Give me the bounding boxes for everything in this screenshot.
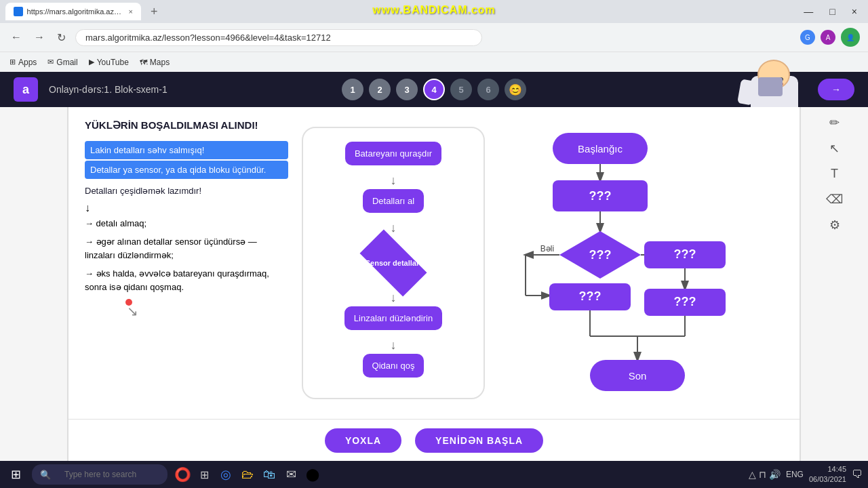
diamond-label: Sensor detalları	[356, 239, 431, 287]
window-controls: — □ ×	[798, 5, 863, 18]
tool-text-icon[interactable]: T	[831, 167, 838, 181]
profile-icon[interactable]: 👤	[841, 28, 860, 47]
taskbar-search-area[interactable]: 🔍	[32, 464, 167, 485]
flow-block-linza: Linzaları düzləndirin	[344, 306, 442, 330]
main-content-area: YÜKLƏRİN BOŞALDILMASI ALINDI! Lakin deta…	[68, 107, 800, 419]
taskbar-time-display: 14:45	[809, 464, 846, 474]
tool-cursor-icon[interactable]: ↖	[829, 141, 840, 156]
svg-text:Bəli: Bəli	[540, 244, 554, 253]
start-button[interactable]: ⊞	[5, 464, 26, 485]
tool-pencil-icon[interactable]: ✏	[829, 115, 840, 130]
refresh-button[interactable]: ↻	[54, 28, 68, 47]
flow-arrow-4: ↓	[391, 338, 397, 352]
cursor-indicator: ↘	[127, 303, 288, 319]
taskbar-search-input[interactable]	[55, 467, 157, 482]
right-flowchart-svg: Başlanğıc ??? ??? Bəli Xeyr	[498, 126, 729, 411]
next-button[interactable]: →	[818, 79, 854, 100]
character-laptop	[758, 77, 783, 96]
bookmark-gmail[interactable]: ✉ Gmail	[47, 58, 77, 67]
tool-settings-icon[interactable]: ⚙	[829, 218, 840, 232]
right-gutter: ✏ ↖ T ⌫ ⚙	[800, 107, 868, 461]
taskbar-clock: 14:45 06/03/2021	[809, 464, 846, 485]
right-flowchart-panel: Başlanğıc ??? ??? Bəli Xeyr	[485, 119, 783, 407]
back-button[interactable]: ←	[8, 28, 24, 46]
svg-text:???: ???	[589, 189, 612, 203]
bookmark-apps-label: Apps	[18, 58, 37, 67]
step-emoji[interactable]: 😊	[505, 79, 526, 100]
taskbar-chrome-icon[interactable]: ⬤	[303, 465, 322, 484]
app-logo[interactable]: a	[14, 77, 38, 102]
taskbar-date-display: 06/03/2021	[809, 474, 846, 485]
svg-text:???: ???	[674, 295, 696, 308]
highlighted-line-2: Detallar ya sensor, ya da qida bloku üçü…	[85, 161, 288, 179]
taskbar-app-icons: ⭕ ⊞ ◎ 🗁 🛍 ✉ ⬤	[173, 465, 322, 484]
flow-arrow-3: ↓	[391, 291, 397, 305]
header-right: →	[747, 69, 854, 110]
step-1[interactable]: 1	[342, 79, 363, 100]
content-container: YÜKLƏRİN BOŞALDILMASI ALINDI! Lakin deta…	[68, 107, 800, 461]
step-5[interactable]: 5	[450, 79, 472, 100]
extension-icon-2[interactable]: A	[821, 30, 835, 45]
instruction-sensor: → əgər alınan detallar sensor üçündürsə …	[85, 235, 288, 262]
search-icon: 🔍	[40, 470, 51, 480]
apps-icon: ⊞	[9, 58, 16, 66]
step-6[interactable]: 6	[477, 79, 499, 100]
taskbar-notifications-icon[interactable]: 🗨	[852, 468, 863, 481]
lesson-steps: 1 2 3 4 5 6 😊	[342, 79, 526, 100]
taskbar-lang: ENG	[786, 470, 804, 479]
gmail-icon: ✉	[47, 58, 54, 66]
youtube-icon: ▶	[89, 58, 94, 66]
bookmark-maps[interactable]: 🗺 Maps	[140, 58, 170, 67]
flow-block-batareya: Batareyanı quraşdır	[345, 142, 441, 165]
address-bar: ← → ↻ G A 👤	[0, 23, 868, 52]
success-message: YÜKLƏRİN BOŞALDILMASI ALINDI!	[85, 119, 288, 131]
forward-button[interactable]: →	[31, 28, 47, 46]
flow-arrow-1: ↓	[391, 174, 397, 188]
taskbar-mail-icon[interactable]: ✉	[281, 465, 300, 484]
maps-icon: 🗺	[140, 58, 147, 66]
taskbar-edge-icon[interactable]: ◎	[216, 465, 235, 484]
arrow-down: ↓	[85, 202, 288, 214]
flowchart-box: Batareyanı quraşdır ↓ Detalları al ↓	[302, 127, 485, 399]
extension-icon-1[interactable]: G	[800, 30, 815, 45]
bookmark-apps[interactable]: ⊞ Apps	[9, 58, 37, 67]
taskbar-view-icon[interactable]: ⊞	[195, 465, 214, 484]
instruction-battery: → əks halda, əvvəlcə batareyanı quraşdır…	[85, 267, 288, 293]
minimize-button[interactable]: —	[798, 5, 818, 18]
tool-eraser-icon[interactable]: ⌫	[826, 192, 843, 207]
taskbar-cortana-icon[interactable]: ⭕	[173, 465, 192, 484]
svg-text:???: ???	[674, 247, 696, 261]
maximize-button[interactable]: □	[824, 5, 840, 18]
bookmark-maps-label: Maps	[150, 58, 170, 67]
browser-title-bar: https://mars.algoritmika.az/less... × + …	[0, 0, 868, 23]
restart-button[interactable]: YENİDƏN BAŞLA	[415, 428, 543, 453]
check-button[interactable]: YOXLA	[325, 428, 401, 453]
close-button[interactable]: ×	[846, 5, 863, 18]
new-tab-button[interactable]: +	[146, 5, 162, 19]
tab-title: https://mars.algoritmika.az/less...	[27, 7, 122, 16]
svg-text:Başlanğıc: Başlanğıc	[578, 143, 623, 155]
taskbar-explorer-icon[interactable]: 🗁	[238, 465, 257, 484]
bookmark-youtube[interactable]: ▶ YouTube	[89, 58, 129, 67]
flow-arrow-2: ↓	[391, 221, 397, 235]
tab-close-button[interactable]: ×	[129, 7, 133, 16]
svg-text:???: ???	[579, 289, 601, 303]
step-4[interactable]: 4	[423, 79, 445, 100]
flow-diamond-sensor: Sensor detalları	[356, 239, 431, 287]
left-gutter	[0, 107, 68, 461]
taskbar-store-icon[interactable]: 🛍	[260, 465, 279, 484]
bottom-bar: YOXLA YENİDƏN BAŞLA	[68, 419, 800, 461]
step-3[interactable]: 3	[396, 79, 418, 100]
taskbar-system-tray: △ ⊓ 🔊	[749, 469, 781, 480]
instruction-sort: Detalları çeşidləmək lazımdır!	[85, 184, 288, 198]
svg-text:Son: Son	[629, 370, 647, 382]
flowchart-inner: Batareyanı quraşdır ↓ Detalları al ↓	[317, 142, 470, 384]
flow-block-detal: Detalları al	[363, 189, 424, 213]
bookmark-youtube-label: YouTube	[97, 58, 129, 67]
step-2[interactable]: 2	[369, 79, 391, 100]
browser-tab[interactable]: https://mars.algoritmika.az/less... ×	[5, 3, 141, 20]
breadcrumb: Onlayn-dərs:1. Blok-sxem-1	[49, 84, 167, 95]
center-flowchart: Batareyanı quraşdır ↓ Detalları al ↓	[302, 119, 485, 407]
character-illustration	[747, 69, 808, 110]
url-input[interactable]	[75, 29, 482, 46]
